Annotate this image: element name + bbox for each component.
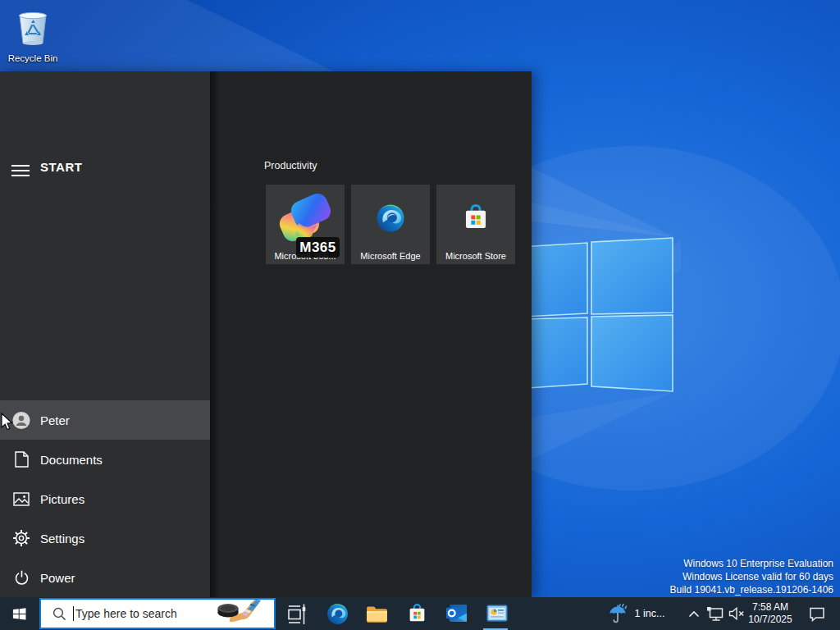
store-icon	[407, 603, 427, 625]
user-avatar-icon	[12, 411, 30, 430]
recycle-bin-desktop-icon[interactable]: Recycle Bin	[7, 8, 59, 64]
taskbar-file-explorer-button[interactable]	[358, 597, 396, 630]
hamburger-menu-button[interactable]	[10, 157, 31, 178]
outlook-icon	[445, 603, 468, 624]
ethernet-icon	[706, 606, 724, 622]
taskbar-running-app-button[interactable]	[477, 597, 516, 630]
weather-text: 1 inc...	[635, 608, 665, 619]
m365-badge: M365	[296, 237, 340, 258]
tile-label: Microsoft Store	[436, 251, 515, 261]
taskbar-store-button[interactable]	[398, 597, 436, 630]
watermark-line3: Build 19041.vb_release.191206-1406	[670, 583, 834, 596]
edge-icon	[326, 603, 349, 625]
evaluation-watermark: Windows 10 Enterprise Evaluation Windows…	[670, 557, 834, 596]
hockey-stick-and-puck-icon	[215, 600, 266, 628]
windows-flag-icon	[11, 606, 27, 622]
tile-microsoft-edge[interactable]: Microsoft Edge	[351, 185, 430, 264]
taskbar: 1 inc... 7:58	[0, 597, 840, 630]
clock-time: 7:58 AM	[752, 601, 788, 614]
umbrella-rain-icon	[609, 603, 629, 624]
sidebar-item-user[interactable]: Peter	[0, 400, 210, 440]
chevron-up-icon	[688, 610, 700, 618]
tile-microsoft-store[interactable]: Microsoft Store	[436, 185, 515, 264]
action-center-icon	[809, 606, 825, 622]
taskbar-edge-button[interactable]	[318, 597, 357, 630]
taskbar-outlook-button[interactable]	[437, 597, 476, 630]
task-view-button[interactable]	[277, 597, 316, 630]
power-icon	[12, 570, 30, 586]
sidebar-item-label: Power	[40, 571, 75, 585]
start-menu-title: START	[40, 160, 82, 174]
search-icon	[52, 607, 66, 621]
file-explorer-icon	[366, 605, 388, 623]
show-hidden-icons-button[interactable]	[682, 597, 705, 630]
text-caret	[73, 606, 74, 621]
sidebar-item-documents[interactable]: Documents	[0, 440, 210, 479]
desktop-screen: Recycle Bin Windows 10 Enterprise Evalua…	[0, 0, 840, 630]
sidebar-item-label: Peter	[40, 413, 70, 427]
watermark-line2: Windows License valid for 60 days	[670, 570, 834, 583]
recycle-bin-icon	[14, 8, 52, 49]
tile-microsoft-365[interactable]: M365 Microsoft 365...	[266, 185, 345, 264]
sidebar-item-power[interactable]: Power	[0, 558, 210, 597]
start-button[interactable]	[0, 597, 38, 630]
recycle-bin-label: Recycle Bin	[7, 53, 59, 63]
sidebar-item-pictures[interactable]: Pictures	[0, 479, 210, 518]
task-view-icon	[287, 603, 307, 624]
volume-muted-icon	[728, 607, 745, 620]
tile-label: Microsoft Edge	[351, 251, 430, 261]
sidebar-item-settings[interactable]: Settings	[0, 518, 210, 558]
pictures-icon	[12, 492, 30, 506]
start-menu: START Peter Documents	[0, 71, 532, 597]
rail-body-divider	[210, 71, 220, 597]
edge-logo-icon	[376, 203, 405, 236]
gear-icon	[12, 530, 30, 546]
clock-date: 10/7/2025	[748, 614, 792, 626]
sidebar-item-label: Documents	[40, 453, 103, 467]
store-logo-icon	[462, 203, 490, 236]
watermark-line1: Windows 10 Enterprise Evaluation	[670, 557, 834, 570]
running-app-window-icon	[486, 605, 508, 623]
taskbar-search-box[interactable]	[39, 598, 276, 629]
weather-widget[interactable]: 1 inc...	[605, 597, 668, 630]
search-input[interactable]	[75, 607, 215, 620]
document-icon	[12, 451, 30, 468]
sidebar-item-label: Pictures	[40, 492, 84, 506]
network-tray-button[interactable]	[704, 597, 727, 630]
sidebar-item-label: Settings	[40, 532, 84, 546]
action-center-button[interactable]	[801, 597, 833, 630]
taskbar-clock[interactable]: 7:58 AM 10/7/2025	[743, 597, 797, 630]
tile-group-label: Productivity	[264, 160, 317, 171]
